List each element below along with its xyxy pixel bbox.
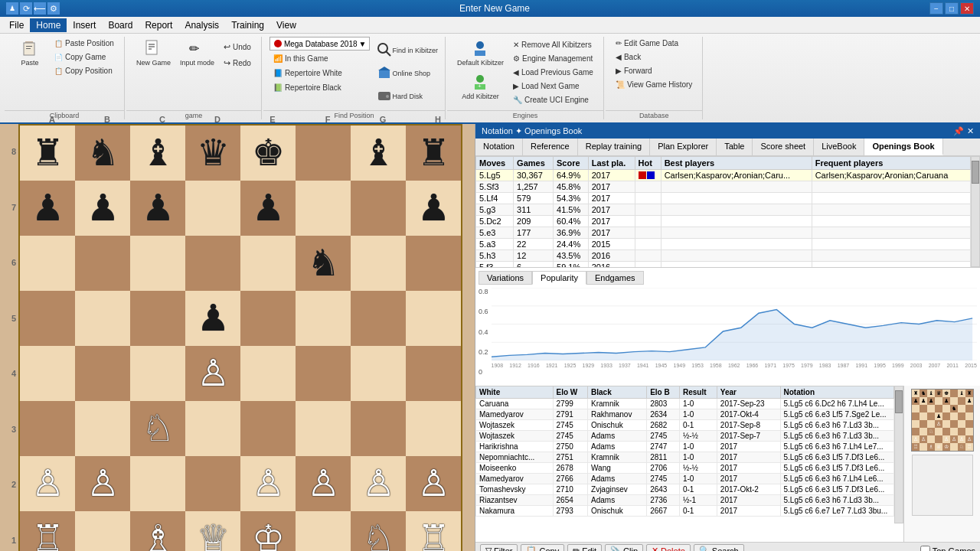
add-kibitzer-button[interactable]: + Add Kibitzer (453, 70, 508, 103)
games-col-result[interactable]: Result (679, 386, 717, 399)
games-col-elob[interactable]: Elo B (647, 386, 680, 399)
openings-table-container[interactable]: Moves Games Score Last pla. Hot Best pla… (475, 156, 980, 267)
edit-button[interactable]: ✏ Edit (567, 544, 602, 551)
piece-d4[interactable]: ♙ (197, 355, 230, 392)
copy-game-button[interactable]: 📄 Copy Game (51, 51, 118, 64)
online-shop-button[interactable]: Online Shop (373, 63, 442, 84)
piece-h1[interactable]: ♖ (417, 520, 450, 551)
piece-d1[interactable]: ♕ (197, 520, 230, 551)
games-col-elow[interactable]: Elo W (553, 386, 588, 399)
quick-access-icon[interactable]: ⟳ (20, 2, 32, 15)
game-row-0[interactable]: Caruana2799Kramnik28031-02017-Sep-235.Lg… (476, 399, 894, 409)
menu-report[interactable]: Report (139, 18, 178, 32)
piece-e1[interactable]: ♔ (252, 520, 285, 551)
square-f5[interactable] (296, 291, 351, 346)
col-freq-players[interactable]: Frequent players (812, 157, 971, 170)
piece-f2[interactable]: ♙ (307, 465, 340, 502)
piece-a1[interactable]: ♖ (31, 520, 64, 551)
square-d3[interactable] (185, 401, 240, 456)
game-row-2[interactable]: Wojtaszek2745Onischuk26820-12017-Sep-85.… (476, 420, 894, 431)
square-a1[interactable]: ♖ (20, 511, 75, 551)
games-table-wrapper[interactable]: White Elo W Black Elo B Result Year Nota… (475, 386, 894, 542)
square-e2[interactable]: ♙ (240, 456, 296, 511)
menu-insert[interactable]: Insert (67, 18, 102, 32)
square-c4[interactable] (130, 346, 185, 401)
piece-b7[interactable]: ♟ (87, 190, 119, 227)
new-game-button[interactable]: New Game (132, 37, 175, 69)
square-d1[interactable]: ♕ (185, 511, 240, 551)
piece-g2[interactable]: ♙ (362, 465, 395, 502)
filter-button[interactable]: ▽ Filter (480, 544, 518, 551)
chart-tab-endgames[interactable]: Endgames (586, 271, 644, 285)
opening-row-0[interactable]: 5.Lg530,36764.9%2017Carlsen;Kasparov;Aro… (476, 170, 971, 181)
tab-plan-explorer[interactable]: Plan Explorer (650, 139, 717, 155)
redo-button[interactable]: ↪ Redo (220, 56, 255, 70)
square-g3[interactable] (351, 401, 406, 456)
default-kibitzer-button[interactable]: Default Kibitzer (453, 37, 508, 69)
opening-row-6[interactable]: 5.a32224.4%2015 (476, 239, 971, 250)
square-h5[interactable] (406, 291, 461, 346)
load-prev-game-btn[interactable]: ◀ Load Previous Game (509, 66, 597, 79)
games-col-black[interactable]: Black (588, 386, 647, 399)
col-games[interactable]: Games (514, 157, 554, 170)
input-mode-button[interactable]: ✏ Input mode (176, 37, 218, 69)
square-h4[interactable] (406, 346, 461, 401)
piece-f6[interactable]: ♞ (307, 245, 340, 282)
opening-row-7[interactable]: 5.h31243.5%2016 (476, 250, 971, 262)
piece-b8[interactable]: ♞ (87, 135, 119, 171)
tab-replay[interactable]: Replay training (578, 139, 650, 155)
piece-g8[interactable]: ♝ (362, 135, 395, 171)
square-d7[interactable] (185, 181, 240, 236)
top-games-checkbox[interactable] (920, 546, 930, 551)
col-best-players[interactable]: Best players (661, 157, 812, 170)
piece-d5[interactable]: ♟ (197, 300, 230, 337)
piece-a7[interactable]: ♟ (31, 190, 64, 227)
mega-database-dropdown[interactable]: Mega Database 2018 ▼ (270, 37, 371, 51)
opening-row-2[interactable]: 5.Lf457954.3%2017 (476, 193, 971, 204)
opening-row-8[interactable]: 5.f3659.1%2016 (476, 262, 971, 268)
piece-b2[interactable]: ♙ (87, 465, 119, 502)
game-row-10[interactable]: Nakamura2793Onischuk26670-120175.Lg5 c6 … (476, 506, 894, 517)
chart-tab-variations[interactable]: Variations (479, 271, 532, 285)
square-a4[interactable] (20, 346, 75, 401)
piece-g1[interactable]: ♘ (362, 520, 395, 551)
piece-h2[interactable]: ♙ (417, 465, 450, 502)
piece-d8[interactable]: ♛ (197, 135, 230, 171)
square-a7[interactable]: ♟ (20, 181, 75, 236)
square-g2[interactable]: ♙ (351, 456, 406, 511)
game-row-9[interactable]: Riazantsev2654Adams2736½-120175.Lg5 c6 6… (476, 495, 894, 506)
games-col-notation[interactable]: Notation (780, 386, 893, 399)
square-f3[interactable] (296, 401, 351, 456)
maximize-button[interactable]: □ (945, 2, 959, 15)
square-d2[interactable] (185, 456, 240, 511)
panel-close-icon[interactable]: ✕ (967, 126, 974, 136)
openings-scrollbar[interactable] (971, 156, 980, 267)
square-g4[interactable] (351, 346, 406, 401)
square-d6[interactable] (185, 236, 240, 291)
quick-access-icon2[interactable]: ⟵ (34, 2, 46, 15)
paste-button[interactable]: Paste (11, 37, 49, 69)
chart-tab-popularity[interactable]: Popularity (532, 271, 586, 285)
menu-training[interactable]: Training (225, 18, 270, 32)
delete-button[interactable]: ✕ Delete (646, 544, 691, 551)
openings-scrollbar-thumb[interactable] (972, 161, 979, 184)
menu-view[interactable]: View (270, 18, 302, 32)
square-h3[interactable] (406, 401, 461, 456)
menu-analysis[interactable]: Analysis (178, 18, 225, 32)
square-b6[interactable] (75, 236, 130, 291)
games-col-white[interactable]: White (476, 386, 554, 399)
game-row-7[interactable]: Mamedyarov2766Adams27451-020175.Lg5 c6 6… (476, 474, 894, 484)
menu-file[interactable]: File (3, 18, 30, 32)
square-g1[interactable]: ♘ (351, 511, 406, 551)
game-row-4[interactable]: Harikrishna2750Adams27471-020175.Lg5 c6 … (476, 442, 894, 452)
rep-white-btn[interactable]: 📘 Repertoire White (270, 67, 371, 80)
square-c5[interactable] (130, 291, 185, 346)
tab-livebook[interactable]: LiveBook (814, 139, 864, 155)
square-a5[interactable] (20, 291, 75, 346)
square-h1[interactable]: ♖ (406, 511, 461, 551)
paste-position-button[interactable]: 📋 Paste Position (51, 37, 118, 50)
back-btn[interactable]: ◀ Back (612, 51, 645, 64)
game-row-8[interactable]: Tomashevsky2710Zvjaginsev26430-12017-Okt… (476, 484, 894, 495)
square-g5[interactable] (351, 291, 406, 346)
piece-a8[interactable]: ♜ (31, 135, 64, 171)
